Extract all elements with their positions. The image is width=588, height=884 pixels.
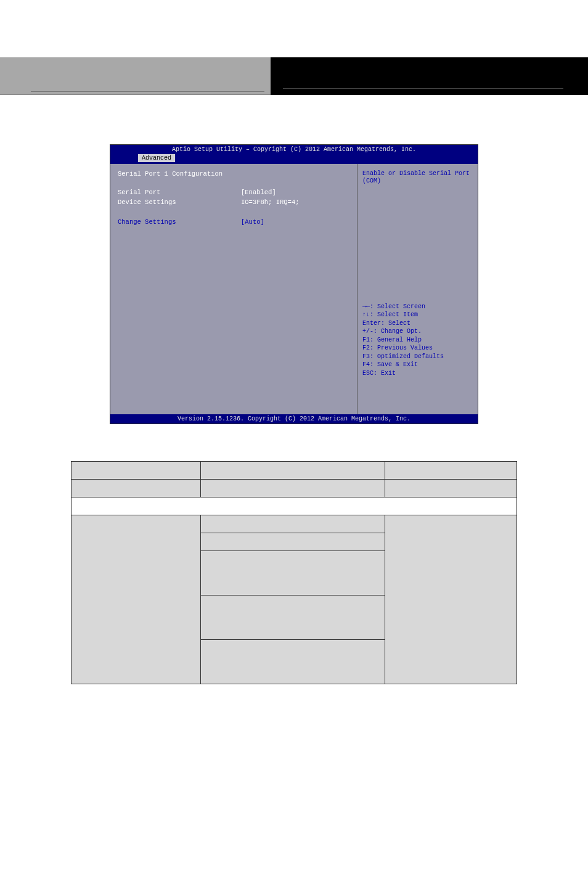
bios-left-pane: Serial Port 1 Configuration Serial Port … xyxy=(110,164,357,414)
bios-label: Serial Port xyxy=(118,189,241,196)
table-cell-rowlabel xyxy=(71,515,201,684)
table-cell xyxy=(71,480,201,497)
bios-key-row: F3: Optimized Defaults xyxy=(362,353,473,361)
bios-key-row: Enter: Select xyxy=(362,319,473,328)
bios-key-row: ESC: Exit xyxy=(362,369,473,378)
bios-window: Aptio Setup Utility – Copyright (C) 2012… xyxy=(110,144,478,424)
table-cell xyxy=(200,551,385,595)
table-header-cell xyxy=(71,462,201,480)
header-right-underline xyxy=(283,88,563,89)
bios-section-title: Serial Port 1 Configuration xyxy=(118,170,343,178)
bios-row-serial-port[interactable]: Serial Port [Enabled] xyxy=(118,189,343,196)
bios-key-row: F2: Previous Values xyxy=(362,344,473,353)
bios-body: Serial Port 1 Configuration Serial Port … xyxy=(110,164,478,414)
options-table xyxy=(71,461,517,684)
table-cell xyxy=(200,533,385,551)
table-cell xyxy=(385,480,517,497)
table-row xyxy=(71,515,517,533)
bios-tab-row: Advanced xyxy=(110,154,478,164)
table-header-row xyxy=(71,462,517,480)
table-header-cell xyxy=(385,462,517,480)
bios-label: Device Settings xyxy=(118,198,241,206)
table-cell xyxy=(200,480,385,497)
table-merged-row xyxy=(71,497,517,515)
bios-key-legend: →←: Select Screen ↑↓: Select Item Enter:… xyxy=(362,303,473,378)
table-cell xyxy=(200,515,385,533)
bios-key-row: →←: Select Screen xyxy=(362,303,473,311)
header-left-block xyxy=(0,57,271,95)
bios-key-row: ↑↓: Select Item xyxy=(362,311,473,319)
table-cell xyxy=(385,515,517,684)
bios-key-row: F1: General Help xyxy=(362,336,473,345)
table-cell xyxy=(200,595,385,640)
table-header-cell xyxy=(200,462,385,480)
bios-row-change-settings[interactable]: Change Settings [Auto] xyxy=(118,218,343,226)
bios-row-device-settings: Device Settings IO=3F8h; IRQ=4; xyxy=(118,198,343,206)
bios-title: Aptio Setup Utility – Copyright (C) 2012… xyxy=(110,145,478,154)
bios-value: [Auto] xyxy=(241,218,264,226)
bios-value: [Enabled] xyxy=(241,189,276,196)
bios-right-pane: Enable or Disable Serial Port (COM) →←: … xyxy=(357,164,478,414)
table-row xyxy=(71,480,517,497)
bios-value: IO=3F8h; IRQ=4; xyxy=(241,198,300,206)
table-merged-cell xyxy=(71,497,517,515)
table-cell xyxy=(200,640,385,684)
bios-help-text: Enable or Disable Serial Port (COM) xyxy=(362,170,473,303)
header-right-block xyxy=(271,57,588,95)
bios-label: Change Settings xyxy=(118,218,241,226)
bios-key-row: +/-: Change Opt. xyxy=(362,327,473,336)
bios-key-row: F4: Save & Exit xyxy=(362,361,473,369)
header-left-underline xyxy=(31,75,264,92)
bios-footer: Version 2.15.1236. Copyright (C) 2012 Am… xyxy=(110,414,478,424)
bios-tab-advanced[interactable]: Advanced xyxy=(138,154,175,162)
page-header xyxy=(0,57,588,95)
